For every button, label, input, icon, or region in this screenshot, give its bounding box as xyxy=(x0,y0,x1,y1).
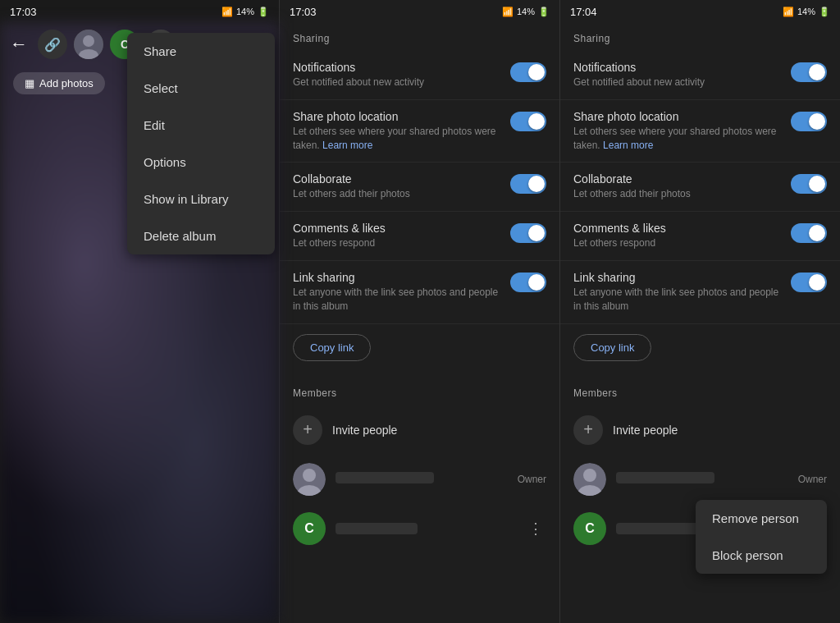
right-notifications-title: Notifications xyxy=(573,61,781,74)
left-status-icons: 📶 14% 🔋 xyxy=(221,7,269,17)
middle-collaborate-title: Collaborate xyxy=(293,172,500,186)
middle-location-toggle[interactable] xyxy=(510,112,546,131)
svg-point-4 xyxy=(303,469,316,482)
right-comments-toggle[interactable] xyxy=(791,223,827,243)
middle-collaborate-desc: Let others add their photos xyxy=(293,187,500,201)
right-member-2-avatar: C xyxy=(573,512,606,545)
block-person-item[interactable]: Block person xyxy=(696,537,827,574)
middle-share-panel: 17:03 📶 14% 🔋 Sharing Notifications Get … xyxy=(279,0,559,623)
middle-sharing-label: Sharing xyxy=(280,23,559,51)
menu-share[interactable]: Share xyxy=(127,33,275,70)
menu-select[interactable]: Select xyxy=(127,70,275,107)
right-member-1-name xyxy=(616,472,788,487)
right-location-row: Share photo location Let others see wher… xyxy=(560,100,840,163)
middle-collaborate-toggle[interactable] xyxy=(510,174,546,194)
middle-member-2-avatar: C xyxy=(293,512,326,545)
middle-notifications-title: Notifications xyxy=(293,61,500,74)
middle-member-1-avatar xyxy=(293,463,326,496)
middle-learn-more-link[interactable]: Learn more xyxy=(322,140,372,151)
middle-comments-toggle[interactable] xyxy=(510,223,546,243)
right-location-title: Share photo location xyxy=(573,110,781,123)
right-member-1-avatar xyxy=(573,463,606,496)
right-collaborate-row: Collaborate Let others add their photos xyxy=(560,163,840,212)
battery-icon: 🔋 xyxy=(258,7,269,17)
middle-notifications-row: Notifications Get notified about new act… xyxy=(280,51,559,100)
middle-notifications-desc: Get notified about new activity xyxy=(293,76,500,89)
remove-person-item[interactable]: Remove person xyxy=(696,500,827,537)
middle-notifications-toggle[interactable] xyxy=(510,62,546,82)
right-comments-desc: Let others respond xyxy=(573,236,781,250)
right-learn-more-link[interactable]: Learn more xyxy=(603,140,653,151)
add-photos-icon: ▦ xyxy=(25,77,34,89)
menu-show-in-library[interactable]: Show in Library xyxy=(127,181,275,218)
middle-comments-title: Comments & likes xyxy=(293,222,500,235)
middle-linksharing-toggle[interactable] xyxy=(510,273,546,292)
middle-invite-icon: + xyxy=(293,415,322,445)
right-collaborate-toggle[interactable] xyxy=(791,174,827,194)
middle-battery: 14% xyxy=(517,7,535,16)
middle-wifi-icon: 📶 xyxy=(502,7,514,17)
middle-linksharing-title: Link sharing xyxy=(293,271,500,284)
menu-options[interactable]: Options xyxy=(127,144,275,181)
left-panel: 17:03 📶 14% 🔋 ← 🔗 C + ▦ xyxy=(0,0,279,623)
right-copy-link-button[interactable]: Copy link xyxy=(573,334,651,361)
middle-linksharing-row: Link sharing Let anyone with the link se… xyxy=(280,261,559,324)
middle-linksharing-desc: Let anyone with the link see photos and … xyxy=(293,286,500,314)
middle-collaborate-row: Collaborate Let others add their photos xyxy=(280,163,559,212)
middle-collaborate-text: Collaborate Let others add their photos xyxy=(293,172,500,201)
battery-left: 14% xyxy=(236,7,254,16)
middle-status-bar: 17:03 📶 14% 🔋 xyxy=(280,0,559,23)
left-time: 17:03 xyxy=(10,6,37,18)
right-comments-text: Comments & likes Let others respond xyxy=(573,222,781,250)
middle-comments-text: Comments & likes Let others respond xyxy=(293,222,500,250)
right-wifi-icon: 📶 xyxy=(783,7,794,17)
user-avatar-photo[interactable] xyxy=(74,30,103,59)
right-linksharing-toggle[interactable] xyxy=(791,273,827,292)
middle-location-title: Share photo location xyxy=(293,110,500,123)
middle-member-2-more[interactable]: ⋮ xyxy=(525,516,546,541)
add-photos-button[interactable]: ▦ Add photos xyxy=(13,72,105,94)
middle-comments-row: Comments & likes Let others respond xyxy=(280,212,559,261)
middle-member-1-name xyxy=(336,472,508,487)
right-location-desc: Let others see where your shared photos … xyxy=(573,125,781,153)
right-linksharing-title: Link sharing xyxy=(573,271,781,284)
right-battery-icon: 🔋 xyxy=(819,7,830,17)
middle-comments-desc: Let others respond xyxy=(293,236,500,250)
right-invite-icon: + xyxy=(573,415,603,445)
right-status-bar: 17:04 📶 14% 🔋 xyxy=(560,0,840,23)
middle-battery-icon: 🔋 xyxy=(538,7,550,17)
right-comments-title: Comments & likes xyxy=(573,222,781,235)
middle-member-2-row: C ⋮ xyxy=(280,504,559,553)
menu-edit[interactable]: Edit xyxy=(127,107,275,144)
right-members-label: Members xyxy=(560,378,840,405)
svg-point-1 xyxy=(83,35,94,47)
right-notifications-toggle[interactable] xyxy=(791,62,827,82)
right-location-text: Share photo location Let others see wher… xyxy=(573,110,781,153)
link-avatar[interactable]: 🔗 xyxy=(38,30,67,59)
right-share-panel: 17:04 📶 14% 🔋 Sharing Notifications Get … xyxy=(559,0,840,623)
middle-invite-row[interactable]: + Invite people xyxy=(280,405,559,455)
middle-notifications-text: Notifications Get notified about new act… xyxy=(293,61,500,89)
menu-delete-album[interactable]: Delete album xyxy=(127,218,275,254)
right-linksharing-desc: Let anyone with the link see photos and … xyxy=(573,286,781,314)
middle-member-2-name xyxy=(336,523,515,534)
right-battery: 14% xyxy=(797,7,815,16)
middle-location-text: Share photo location Let others see wher… xyxy=(293,110,500,153)
middle-location-row: Share photo location Let others see wher… xyxy=(280,100,559,163)
middle-members-label: Members xyxy=(280,378,559,405)
middle-invite-text: Invite people xyxy=(332,424,397,437)
right-collaborate-desc: Let others add their photos xyxy=(573,187,781,201)
right-invite-row[interactable]: + Invite people xyxy=(560,405,840,455)
middle-status-icons: 📶 14% 🔋 xyxy=(502,7,550,17)
right-sharing-label: Sharing xyxy=(560,23,840,51)
back-button[interactable]: ← xyxy=(10,34,28,55)
middle-copy-link-button[interactable]: Copy link xyxy=(293,334,371,361)
right-linksharing-row: Link sharing Let anyone with the link se… xyxy=(560,261,840,324)
right-location-toggle[interactable] xyxy=(791,112,827,131)
right-collaborate-text: Collaborate Let others add their photos xyxy=(573,172,781,201)
left-status-bar: 17:03 📶 14% 🔋 xyxy=(0,0,279,23)
context-menu: Share Select Edit Options Show in Librar… xyxy=(127,33,275,254)
middle-member-1-role: Owner xyxy=(518,474,546,485)
right-comments-row: Comments & likes Let others respond xyxy=(560,212,840,261)
right-notifications-row: Notifications Get notified about new act… xyxy=(560,51,840,100)
